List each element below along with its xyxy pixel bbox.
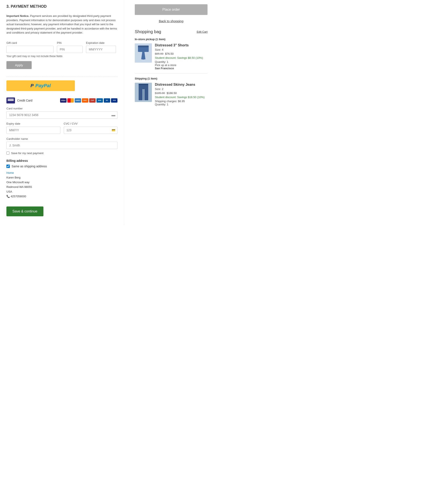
address-city-state-zip: Redmond WA 98055 (6, 185, 32, 188)
address-block: Home Karen Berg One Microsoft way Redmon… (6, 170, 118, 199)
card-number-input[interactable] (6, 111, 118, 119)
credit-card-icon (6, 97, 15, 103)
back-to-shopping-button[interactable]: Back to shopping (135, 19, 207, 23)
cvc-wrapper: 💳 (64, 127, 118, 134)
shorts-current-price: $76.50 (165, 52, 174, 55)
discover-logo: DISC (82, 98, 88, 103)
jcb-logo: JCB (111, 98, 118, 103)
save-checkbox-row: Save for my next payment (6, 152, 118, 155)
save-continue-button[interactable]: Save & continue (6, 206, 44, 216)
shorts-pickup-store: Pick up at a store (155, 63, 207, 67)
paypal-button[interactable]: P PayPal (6, 80, 75, 91)
cvc-input[interactable] (64, 127, 118, 134)
cvc-icon: 💳 (112, 128, 115, 132)
jeans-quantity: Quantity: 1 (155, 103, 207, 106)
address-type: Home (6, 171, 14, 174)
shipping-label: Shipping (1 item) (135, 77, 207, 80)
diners-logo: DC (104, 98, 110, 103)
pin-input[interactable] (57, 46, 83, 53)
exp-date-input[interactable] (86, 46, 116, 53)
expiry-cvc-row: Expiry date CVC / CVV 💳 (6, 122, 118, 134)
jeans-price-row: $185.00 $166.50 (155, 91, 207, 95)
jeans-original-price: $185.00 (155, 91, 165, 95)
same-address-checkbox[interactable] (6, 164, 10, 168)
shorts-price-row: $85.00 $76.50 (155, 52, 207, 55)
paypal-label: PayPal (35, 83, 51, 89)
exp-date-group: Expiration date (86, 41, 116, 53)
svg-rect-5 (139, 89, 143, 100)
expiry-label: Expiry date (6, 122, 60, 125)
card-number-wrapper: ▬ (6, 111, 118, 119)
shopping-bag-title: Shopping bag (135, 29, 161, 34)
billing-title: Billing address (6, 159, 118, 163)
same-address-row: Same as shipping address (6, 164, 118, 168)
payment-logos: VISA AMEX DISC CUP MAE DC JCB (60, 98, 118, 103)
jeans-shipping-charges: Shipping charges: $6.95 (155, 100, 207, 103)
visa-logo: VISA (60, 98, 67, 103)
place-order-button[interactable]: Place order (135, 4, 207, 15)
card-icon-lines (8, 100, 14, 101)
shorts-original-price: $85.00 (155, 52, 163, 55)
cvc-label: CVC / CVV (64, 122, 118, 125)
address-name: Karen Berg (6, 176, 20, 179)
jeans-svg (137, 84, 149, 101)
cardholder-label: Cardholder name (6, 137, 118, 140)
shorts-details: Distressed 3" Shorts Size: 4 $85.00 $76.… (155, 43, 207, 70)
product-img-shorts (135, 43, 152, 63)
pin-group: PIN (57, 41, 83, 53)
gift-card-note: Your gift card may or may not include th… (6, 55, 118, 58)
product-item-shorts: Distressed 3" Shorts Size: 4 $85.00 $76.… (135, 43, 207, 70)
divider-2 (135, 73, 207, 73)
billing-section: Billing address Same as shipping address… (6, 159, 118, 199)
expiry-group: Expiry date (6, 122, 60, 134)
left-panel: 3. PAYMENT METHOD Important Notice. Paym… (0, 0, 124, 225)
jeans-name: Distressed Skinny Jeans (155, 83, 207, 87)
credit-card-header: Credit Card VISA AMEX DISC CUP MAE DC JC… (6, 97, 118, 103)
shorts-pickup-location: San Francisco (155, 67, 207, 70)
amex-logo: AMEX (75, 98, 81, 103)
card-chip-icon: ▬ (112, 113, 115, 117)
product-item-jeans: Distressed Skinny Jeans Size: 2 $185.00 … (135, 83, 207, 106)
svg-rect-3 (138, 46, 149, 47)
edit-cart-button[interactable]: Edit Cart (197, 30, 207, 33)
paypal-p-icon: P (31, 83, 34, 89)
mastercard-logo (67, 98, 74, 103)
cup-logo: CUP (89, 98, 96, 103)
apply-button[interactable]: Apply (6, 61, 32, 69)
svg-rect-6 (144, 89, 148, 100)
shorts-name: Distressed 3" Shorts (155, 43, 207, 47)
save-payment-checkbox[interactable] (6, 152, 9, 155)
address-country: USA (6, 190, 12, 193)
notice-label: Important Notice. (6, 14, 29, 18)
same-address-label: Same as shipping address (12, 164, 47, 168)
gift-card-input[interactable] (6, 46, 54, 53)
cardholder-input[interactable] (6, 142, 118, 149)
section-title: 3. PAYMENT METHOD (6, 4, 118, 10)
shorts-svg (137, 46, 150, 61)
card-number-label: Card number (6, 107, 118, 110)
svg-line-2 (143, 52, 144, 59)
save-payment-label: Save for my next payment (11, 152, 44, 155)
cvc-group: CVC / CVV 💳 (64, 122, 118, 134)
svg-rect-7 (139, 84, 148, 85)
instore-label: In-store pickup (1 item) (135, 38, 207, 41)
shorts-size: Size: 4 (155, 48, 207, 51)
jeans-size: Size: 2 (155, 87, 207, 91)
address-street: One Microsoft way (6, 181, 30, 184)
jeans-discount: Student discount: Savings $18.50 (10%) (155, 96, 207, 99)
maestro-logo: MAE (96, 98, 103, 103)
pin-label: PIN (57, 41, 83, 44)
jeans-current-price: $166.50 (167, 91, 177, 95)
exp-date-label: Expiration date (86, 41, 116, 44)
phone-number: 4257058000 (11, 195, 26, 198)
gift-card-group: Gift card (6, 41, 54, 53)
notice-text: Important Notice. Payment services are p… (6, 14, 118, 35)
right-panel: Place order Back to shopping Shopping ba… (128, 0, 214, 225)
gift-card-row: Gift card PIN Expiration date (6, 41, 118, 53)
product-img-jeans (135, 83, 152, 102)
expiry-input[interactable] (6, 127, 60, 134)
shorts-location-text: San Francisco (155, 67, 174, 70)
phone-icon: 📞 (6, 195, 10, 198)
shorts-quantity: Quantity: 1 (155, 60, 207, 63)
shorts-discount: Student discount: Savings $8.50 (10%) (155, 56, 207, 59)
